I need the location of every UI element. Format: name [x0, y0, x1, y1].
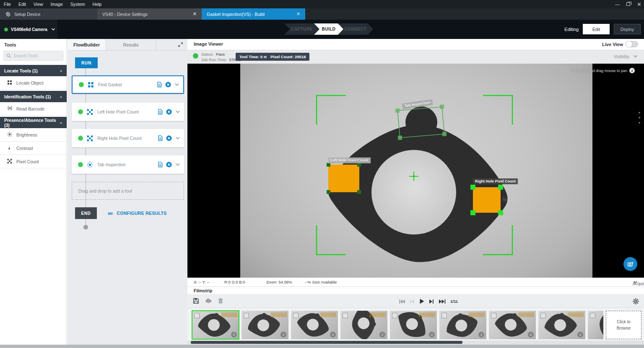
info-icon[interactable]: i	[330, 332, 336, 338]
click-to-browse-button[interactable]: Click to Browse	[606, 311, 641, 339]
thumbnail-2[interactable]: GOLDEN i	[242, 311, 288, 339]
section-presence-absence-tools[interactable]: Presence/Absence Tools (3) ▲	[0, 117, 67, 128]
tab-device-settings-close-icon[interactable]: ✕	[189, 11, 197, 17]
chevron-down-icon[interactable]	[175, 109, 181, 115]
run-button[interactable]: RUN	[75, 57, 98, 68]
info-icon[interactable]: i	[478, 332, 484, 338]
menu-help[interactable]: Help	[89, 2, 106, 7]
thumbnail-3[interactable]: GOLDEN i	[291, 311, 338, 339]
flow-step-find-gasket[interactable]: Find Gasket	[72, 75, 184, 94]
thumbnail-checkbox[interactable]	[244, 313, 249, 318]
info-icon[interactable]: i	[379, 332, 385, 338]
info-icon[interactable]: i	[629, 68, 635, 73]
live-view-toggle[interactable]	[626, 41, 638, 47]
chevron-down-icon[interactable]	[175, 135, 181, 141]
upload-cloud-icon[interactable]	[205, 298, 212, 304]
chevron-down-icon	[633, 54, 638, 59]
tool-pixel-count[interactable]: Pixel Count	[0, 155, 67, 168]
thumbnail-6[interactable]: GOLDEN i	[439, 311, 486, 339]
tab-device-settings[interactable]: VS40 - Device Settings ✕	[97, 8, 202, 20]
thumbnail-checkbox[interactable]	[293, 313, 299, 318]
save-icon[interactable]	[193, 298, 199, 304]
minimize-icon[interactable]: —	[615, 2, 620, 7]
thumbnail-checkbox[interactable]	[590, 313, 595, 318]
info-icon[interactable]: i	[231, 332, 237, 338]
tool-contrast[interactable]: ◐ Contrast	[0, 142, 67, 155]
menu-file[interactable]: File	[0, 2, 15, 7]
remove-step-icon[interactable]	[166, 109, 172, 115]
trash-icon[interactable]	[218, 298, 223, 304]
tab-gasket-build[interactable]: Gasket Inspection(VS) - Build ✕	[202, 8, 305, 20]
camera-selector[interactable]: VS406e6d Camera	[0, 20, 57, 39]
info-icon[interactable]: i	[577, 332, 583, 338]
thumbnail-checkbox[interactable]	[392, 313, 397, 318]
previous-frame-icon[interactable]	[410, 299, 415, 304]
tool-locate-object[interactable]: Locate Object	[0, 76, 67, 90]
remove-step-icon[interactable]	[166, 162, 172, 168]
snapshot-button[interactable]	[623, 257, 637, 271]
right-hole-roi-label[interactable]: Right Hole Pixel Count	[473, 178, 518, 184]
chevron-down-icon[interactable]	[175, 162, 181, 168]
search-input[interactable]	[13, 54, 60, 58]
remove-step-icon[interactable]	[165, 82, 171, 88]
document-icon[interactable]	[157, 109, 163, 115]
thumbnail-checkbox[interactable]	[540, 313, 546, 318]
thumbnail-9-partial[interactable]	[588, 311, 603, 339]
tool-locate-object-label: Locate Object	[16, 80, 44, 85]
flow-step-left-hole-pixel-count[interactable]: Left Hole Pixel Count	[72, 103, 184, 121]
skip-first-icon[interactable]	[399, 299, 405, 304]
canvas-options-dots[interactable]	[639, 112, 640, 124]
thumbnail-checkbox[interactable]	[343, 313, 348, 318]
document-icon[interactable]	[157, 135, 163, 141]
search-box[interactable]	[3, 51, 63, 61]
thumbnail-8[interactable]: GOLDEN i	[538, 311, 585, 339]
thumbnail-checkbox[interactable]	[194, 313, 200, 318]
document-icon[interactable]	[157, 162, 163, 168]
tool-dropzone[interactable]: Drag and drop to add a tool	[72, 182, 184, 200]
thumbnail-7[interactable]: GOLDEN i	[489, 311, 536, 339]
thumbnail-4[interactable]: GOLDEN i	[340, 311, 387, 339]
play-icon[interactable]	[419, 299, 424, 304]
menu-system[interactable]: System	[67, 2, 89, 7]
tab-results[interactable]: Results	[106, 39, 156, 50]
scrollbar-thumb[interactable]	[191, 341, 462, 344]
tool-brightness[interactable]: Brightness	[0, 128, 67, 142]
acquisition-dropdown[interactable]: Acquisition	[633, 279, 638, 285]
tab-setup-device[interactable]: Setup Device	[0, 8, 97, 20]
info-icon[interactable]: i	[429, 332, 435, 338]
next-frame-icon[interactable]	[429, 299, 434, 304]
thumbnail-5[interactable]: GOLDEN i	[390, 311, 437, 339]
filmstrip-scrollbar[interactable]	[187, 340, 644, 345]
tab-flowbuilder[interactable]: FlowBuilder	[68, 39, 106, 50]
configure-results-link[interactable]: ≔ CONFIGURE RESULTS	[108, 207, 167, 219]
edit-button[interactable]: Edit	[583, 24, 610, 34]
menu-image[interactable]: Image	[47, 2, 67, 7]
flow-step-right-hole-pixel-count[interactable]: Right Hole Pixel Count	[72, 129, 184, 147]
restore-icon[interactable]	[626, 3, 630, 6]
menu-edit[interactable]: Edit	[15, 2, 30, 7]
visibility-dropdown[interactable]: Visibility	[613, 54, 638, 59]
image-canvas[interactable]: Tab Inspection Left Hole Pixel Count Rig…	[187, 64, 644, 278]
close-icon[interactable]: ✕	[637, 1, 641, 8]
remove-step-icon[interactable]	[166, 135, 172, 141]
flow-step-tab-inspection[interactable]: Tab Inspection	[72, 155, 184, 174]
expand-panel-icon[interactable]	[174, 39, 187, 50]
info-icon[interactable]: i	[528, 332, 534, 338]
left-hole-roi-label[interactable]: Left Hole Pixel Count	[328, 157, 371, 163]
thumbnail-checkbox[interactable]	[491, 313, 496, 318]
info-icon[interactable]: i	[280, 332, 286, 338]
section-identification-tools[interactable]: Identification Tools (1) ▲	[0, 91, 67, 102]
document-icon[interactable]	[156, 82, 162, 88]
deploy-button[interactable]: Deploy	[614, 24, 641, 34]
section-locate-tools[interactable]: Locate Tools (1) ▲	[0, 65, 67, 76]
cursor-xy-readout: X: -- Y: --	[194, 280, 210, 284]
filmstrip-settings-gear-icon[interactable]	[633, 298, 639, 304]
tab-gasket-build-close-icon[interactable]: ✕	[292, 11, 300, 17]
menu-view[interactable]: View	[30, 2, 47, 7]
chevron-down-icon[interactable]	[174, 82, 180, 88]
step-capture[interactable]: CAPTURE	[284, 23, 319, 35]
tool-read-barcode[interactable]: Read Barcode	[0, 102, 67, 116]
skip-last-icon[interactable]	[439, 299, 446, 304]
thumbnail-checkbox[interactable]	[441, 313, 447, 318]
thumbnail-1-selected[interactable]: GOLDEN i	[192, 311, 239, 339]
